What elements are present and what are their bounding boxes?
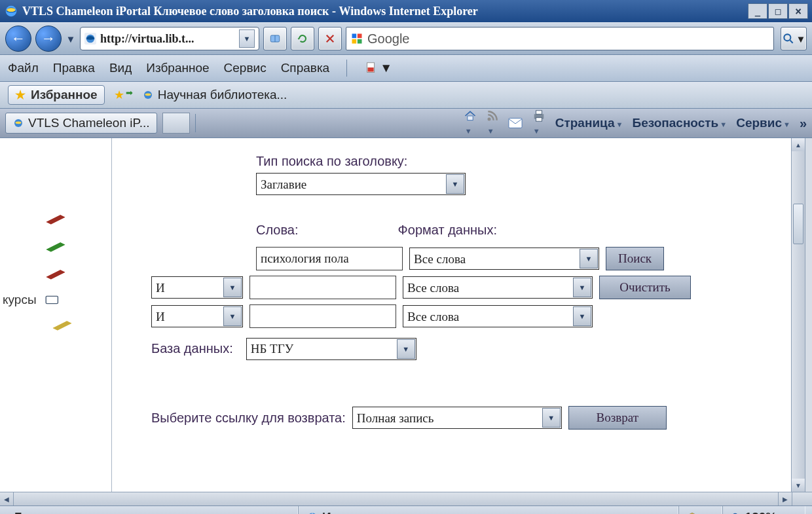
favorites-bar: ★ Избранное ★ ➡ Научная библиотека... [0,82,812,109]
status-ready: Готово [7,506,298,514]
select-bool-2[interactable]: И [151,276,243,299]
cmd-tools[interactable]: Сервис▼ [736,116,790,130]
feeds-button[interactable]: ▼ [486,109,499,137]
window-maximize-button[interactable]: □ [768,3,788,19]
scroll-thumb[interactable] [793,204,803,244]
stop-button[interactable] [318,27,342,50]
search-form: Тип поиска по заголовку: Заглавие ▼ Слов… [112,138,791,492]
svg-rect-5 [352,34,357,39]
window-title: VTLS Chameleon iPortal Ключевое слово за… [22,5,478,18]
input-words-3[interactable] [249,304,396,328]
svg-rect-20 [536,111,542,114]
site-favicon-icon [84,33,96,45]
cmd-page[interactable]: Страница▼ [555,116,623,130]
select-format-3[interactable]: Все слова [403,305,593,327]
sidebar: курсы [0,138,112,492]
label-format: Формат данных: [398,223,497,238]
vertical-scrollbar[interactable]: ▲ ▼ [791,138,805,492]
svg-rect-21 [536,118,542,121]
forward-button[interactable]: → [35,26,62,52]
address-text: http://virtua.lib.t... [100,32,235,46]
search-placeholder: Google [367,31,410,46]
search-box[interactable]: Google [346,27,774,50]
address-bar[interactable]: http://virtua.lib.t... ▼ [80,27,259,50]
svg-point-13 [145,93,151,96]
clear-button[interactable]: Очистить [599,276,691,299]
select-database[interactable]: НБ ТГУ [246,338,416,360]
back-button[interactable]: ← [5,26,31,52]
title-bar: VTLS Chameleon iPortal Ключевое слово за… [0,0,812,22]
menu-file[interactable]: Файл [8,61,39,75]
select-return-link[interactable]: Полная запись [352,407,562,429]
read-mail-button[interactable] [508,117,523,129]
status-zone: Интернет [298,506,678,514]
refresh-button[interactable] [291,27,314,50]
cmd-security[interactable]: Безопасность▼ [632,116,727,130]
window-minimize-button[interactable]: _ [748,3,767,19]
sidebar-item-courses[interactable]: курсы [0,293,111,307]
select-format-2[interactable]: Все слова [403,276,593,299]
new-tab-button[interactable] [162,113,190,134]
input-words-1[interactable] [256,247,403,270]
overflow-chevron-icon[interactable]: » [800,116,807,131]
return-button[interactable]: Возврат [568,406,667,430]
home-button[interactable]: ▼ [464,109,477,137]
status-zoom[interactable]: 120% ▼ [722,506,805,514]
compat-view-button[interactable] [263,27,287,50]
book-green-icon[interactable] [44,238,67,256]
nav-toolbar: ← → ▼ http://virtua.lib.t... ▼ Google ▼ [0,22,812,55]
nav-history-dropdown[interactable]: ▼ [65,33,76,45]
svg-rect-16 [468,116,473,120]
book-red-icon[interactable] [44,210,67,229]
label-search-type: Тип поиска по заголовку: [256,154,791,169]
svg-rect-7 [352,39,357,44]
pdf-tool-icon[interactable]: ▼ [364,61,392,75]
svg-rect-11 [368,67,374,71]
print-button[interactable]: ▼ [532,109,546,137]
tab-command-bar: VTLS Chameleon iP... ▼ ▼ ▼ Страница▼ Без… [0,109,812,138]
svg-rect-8 [358,39,362,44]
search-go-button[interactable]: ▼ [781,27,807,50]
browser-tab[interactable]: VTLS Chameleon iP... [5,113,157,134]
book-red2-icon[interactable] [44,265,67,284]
menu-edit[interactable]: Правка [53,61,95,75]
label-return-link: Выберите ссылку для возврата: [151,411,346,426]
search-button[interactable]: Поиск [606,247,664,270]
svg-point-1 [7,8,16,12]
book-yellow-icon[interactable] [50,316,74,335]
svg-point-17 [487,118,490,121]
favorites-center-button[interactable]: ★ Избранное [8,85,105,105]
menu-view[interactable]: Вид [109,61,132,75]
label-database: База данных: [151,341,233,356]
svg-rect-22 [46,296,58,303]
scroll-up-icon[interactable]: ▲ [792,138,805,151]
google-icon [350,32,363,45]
menu-help[interactable]: Справка [281,61,330,75]
address-dropdown-button[interactable]: ▼ [239,29,255,48]
svg-point-15 [16,121,22,124]
status-protected-mode[interactable]: ▼ [678,506,722,514]
menu-tools[interactable]: Сервис [224,61,267,75]
select-bool-3[interactable]: И [151,305,243,327]
command-bar: ▼ ▼ ▼ Страница▼ Безопасность▼ Сервис▼ » [464,109,807,137]
menu-bar: Файл Правка Вид Избранное Сервис Справка… [0,55,812,82]
select-format-1[interactable]: Все слова [409,248,599,270]
menu-favorites[interactable]: Избранное [146,61,209,75]
browser-border [805,138,812,492]
ie-app-icon [4,4,18,18]
horizontal-scrollbar[interactable]: ◀ ▶ [0,492,812,505]
svg-point-9 [784,34,790,41]
input-words-2[interactable] [249,276,396,299]
bookmark-link[interactable]: Научная библиотека... [142,88,287,102]
content-shell: курсы Тип поиска по заголовку: Заглавие … [0,138,812,492]
window-close-button[interactable]: × [788,3,808,19]
star-icon: ★ [15,88,26,102]
svg-rect-18 [509,119,522,128]
add-favorite-icon[interactable]: ★ ➡ [114,88,133,102]
svg-rect-6 [358,34,362,39]
select-search-type[interactable]: Заглавие [256,173,466,195]
label-words: Слова: [256,223,299,238]
ie-page-icon [12,117,24,129]
scroll-down-icon[interactable]: ▼ [792,479,805,492]
page-favicon-icon [142,89,154,101]
